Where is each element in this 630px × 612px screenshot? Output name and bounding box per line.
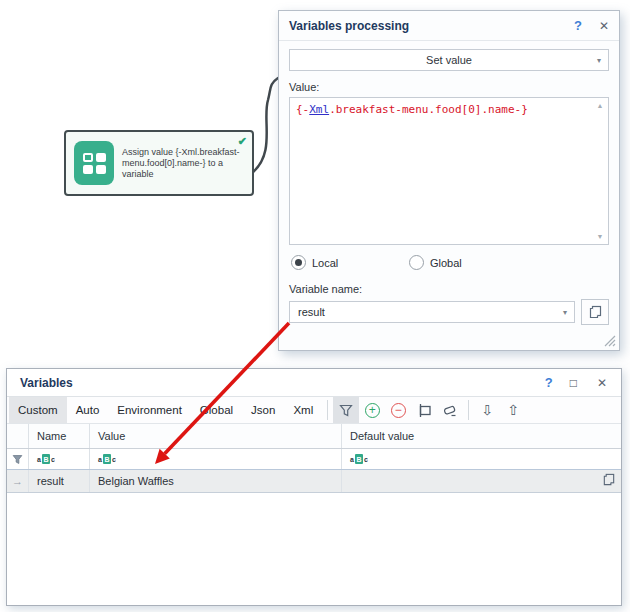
variables-processing-dialog: Variables processing ? ✕ Set value ▾ Val…	[278, 10, 620, 351]
filter-input-default[interactable]: aBc	[342, 449, 621, 469]
tab-json[interactable]: Json	[242, 397, 284, 423]
macro-path: .breakfast-menu.food[0].name	[329, 103, 514, 116]
radio-option-global[interactable]: Global	[409, 255, 527, 270]
scroll-up-icon[interactable]: ▲	[597, 102, 604, 109]
text-filter-icon: aBc	[37, 454, 55, 464]
variable-name-combobox[interactable]: result ▾	[289, 301, 575, 323]
cell-value[interactable]: Belgian Waffles	[90, 470, 342, 492]
action-select[interactable]: Set value ▾	[289, 49, 609, 71]
node-label: Assign value {-Xml.breakfast-menu.food[0…	[122, 147, 244, 180]
filter-input-name[interactable]: aBc	[29, 449, 90, 469]
vertical-scrollbar[interactable]: ▲ ▼	[594, 100, 606, 242]
dialog-body: Set value ▾ Value: {-Xml.breakfast-menu.…	[279, 41, 619, 325]
up-arrow-icon: ⇧	[507, 402, 519, 418]
tab-xml[interactable]: Xml	[284, 397, 322, 423]
tab-bar: Custom Auto Environment Global Json Xml …	[7, 397, 621, 424]
copy-icon	[602, 473, 616, 488]
chevron-down-icon: ▾	[563, 308, 567, 317]
row-indicator-header	[7, 424, 29, 448]
tab-environment[interactable]: Environment	[108, 397, 191, 423]
value-label: Value:	[289, 81, 609, 93]
filter-input-value[interactable]: aBc	[90, 449, 342, 469]
tab-auto[interactable]: Auto	[67, 397, 109, 423]
variables-table: Name Value Default value aBc aBc aBc →	[7, 424, 621, 493]
copy-variable-button[interactable]	[581, 299, 609, 325]
variable-name-value: result	[298, 306, 325, 318]
filter-row-indicator	[7, 449, 29, 469]
edit-columns-button[interactable]	[411, 397, 437, 423]
table-header-row: Name Value Default value	[7, 424, 621, 449]
cell-name[interactable]: result	[29, 470, 90, 492]
macro-open: {-	[296, 103, 309, 116]
move-up-button[interactable]: ⇧	[500, 397, 526, 423]
variable-name-row: result ▾	[289, 299, 609, 325]
resize-grip[interactable]	[603, 334, 616, 347]
panel-title: Variables	[20, 376, 545, 390]
icon-square	[96, 165, 106, 174]
close-icon[interactable]: ✕	[599, 19, 609, 33]
icon-square-outline	[83, 153, 93, 162]
icon-square	[83, 165, 93, 174]
tab-custom[interactable]: Custom	[9, 397, 67, 423]
minus-circle-icon: −	[391, 403, 406, 418]
copy-row-button[interactable]	[602, 473, 616, 490]
help-icon[interactable]: ?	[574, 18, 582, 33]
scope-radio-group: Local Global	[291, 255, 607, 270]
text-filter-icon: aBc	[350, 454, 368, 464]
row-arrow-icon: →	[12, 475, 23, 487]
chevron-down-icon: ▾	[597, 56, 601, 65]
panel-titlebar: Variables ? □ ✕	[7, 369, 621, 397]
dialog-titlebar: Variables processing ? ✕	[279, 11, 619, 41]
variables-processing-icon	[74, 141, 114, 185]
toolbar-divider	[327, 400, 328, 420]
variables-panel: Variables ? □ ✕ Custom Auto Environment …	[6, 368, 622, 606]
column-header-value[interactable]: Value	[90, 424, 342, 448]
column-header-name[interactable]: Name	[29, 424, 90, 448]
radio-option-local[interactable]: Local	[291, 255, 409, 270]
value-textarea[interactable]: {-Xml.breakfast-menu.food[0].name-} ▲ ▼	[289, 97, 609, 245]
action-select-value: Set value	[426, 54, 472, 66]
tab-global[interactable]: Global	[191, 397, 242, 423]
copy-icon	[588, 305, 603, 320]
eraser-icon	[442, 403, 458, 418]
clear-values-button[interactable]	[437, 397, 463, 423]
filter-row: aBc aBc aBc	[7, 449, 621, 470]
success-check-icon: ✔	[238, 135, 247, 148]
macro-close: -}	[515, 103, 528, 116]
macro-xml: Xml	[309, 103, 329, 116]
help-icon[interactable]: ?	[545, 375, 553, 390]
value-macro-text: {-Xml.breakfast-menu.food[0].name-}	[290, 98, 608, 121]
current-row-indicator: →	[7, 470, 29, 492]
filter-icon	[339, 404, 353, 417]
remove-variable-button[interactable]: −	[385, 397, 411, 423]
add-variable-button[interactable]: +	[359, 397, 385, 423]
icon-square	[96, 153, 106, 162]
table-row[interactable]: → result Belgian Waffles	[7, 470, 621, 493]
text-filter-icon: aBc	[98, 454, 116, 464]
toolbar-divider	[468, 400, 469, 420]
plus-circle-icon: +	[365, 403, 380, 418]
close-icon[interactable]: ✕	[597, 376, 607, 390]
crop-frame-icon	[416, 403, 432, 418]
scroll-down-icon[interactable]: ▼	[597, 233, 604, 240]
filter-icon	[12, 454, 23, 465]
radio-local-label: Local	[312, 257, 338, 269]
assign-value-node[interactable]: Assign value {-Xml.breakfast-menu.food[0…	[64, 130, 254, 196]
radio-global-icon[interactable]	[409, 255, 424, 270]
down-arrow-icon: ⇩	[481, 402, 493, 418]
radio-local-icon[interactable]	[291, 255, 306, 270]
radio-global-label: Global	[430, 257, 462, 269]
cell-default-value[interactable]	[342, 470, 621, 492]
move-down-button[interactable]: ⇩	[474, 397, 500, 423]
maximize-icon[interactable]: □	[570, 376, 577, 390]
column-header-default[interactable]: Default value	[342, 424, 621, 448]
filter-toggle-button[interactable]	[333, 397, 359, 423]
variable-name-label: Variable name:	[289, 283, 609, 295]
dialog-title: Variables processing	[289, 19, 574, 33]
